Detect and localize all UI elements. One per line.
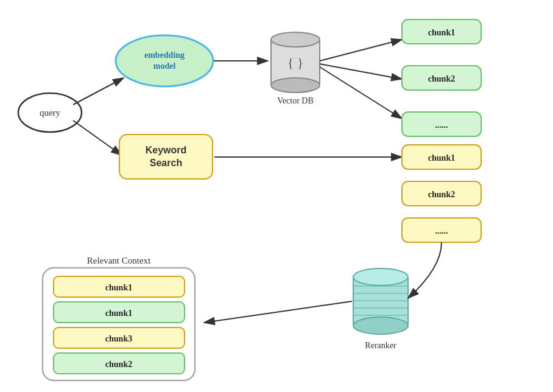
svg-text:chunk1: chunk1	[428, 153, 455, 163]
svg-point-10	[271, 32, 320, 47]
svg-rect-26	[402, 181, 481, 206]
svg-text:chunk1: chunk1	[428, 28, 455, 37]
svg-line-39	[204, 301, 352, 323]
svg-text:{ }: { }	[287, 55, 304, 70]
svg-rect-44	[54, 302, 185, 323]
svg-line-4	[73, 121, 122, 155]
diagram: query embedding model { } Vector DB chun…	[0, 0, 553, 392]
svg-point-37	[353, 317, 408, 334]
svg-rect-40	[43, 268, 195, 380]
svg-rect-17	[402, 19, 481, 44]
svg-text:chunk2: chunk2	[428, 74, 455, 83]
svg-rect-42	[54, 276, 185, 297]
svg-text:chunk1: chunk1	[105, 283, 132, 292]
svg-text:model: model	[153, 61, 176, 71]
svg-text:chunk2: chunk2	[428, 190, 455, 199]
svg-point-36	[353, 268, 408, 285]
svg-text:Vector DB: Vector DB	[277, 96, 314, 105]
svg-point-5	[116, 35, 213, 86]
svg-text:Reranker: Reranker	[365, 341, 396, 350]
svg-rect-30	[353, 277, 408, 326]
svg-point-11	[271, 78, 320, 93]
svg-text:chunk3: chunk3	[105, 334, 132, 343]
svg-rect-19	[402, 66, 481, 90]
keyword-search-label: KeywordSearch	[146, 144, 187, 170]
svg-text:Relevant Context: Relevant Context	[87, 256, 151, 265]
svg-rect-48	[54, 353, 185, 374]
svg-text:embedding: embedding	[144, 51, 185, 60]
svg-text:chunk2: chunk2	[105, 360, 132, 369]
svg-line-14	[320, 40, 402, 61]
svg-rect-46	[54, 327, 185, 348]
query-text: query	[40, 108, 61, 117]
svg-text:......: ......	[435, 226, 448, 236]
svg-rect-9	[271, 40, 320, 85]
keyword-search-box: KeywordSearch	[119, 134, 213, 180]
svg-text:......: ......	[435, 121, 448, 130]
svg-line-15	[320, 64, 402, 79]
svg-point-2	[18, 93, 82, 132]
svg-text:chunk1: chunk1	[105, 309, 132, 318]
svg-rect-28	[402, 218, 481, 242]
svg-rect-24	[402, 145, 481, 169]
svg-line-3	[73, 78, 124, 105]
svg-rect-21	[402, 112, 481, 136]
svg-line-16	[320, 67, 402, 119]
